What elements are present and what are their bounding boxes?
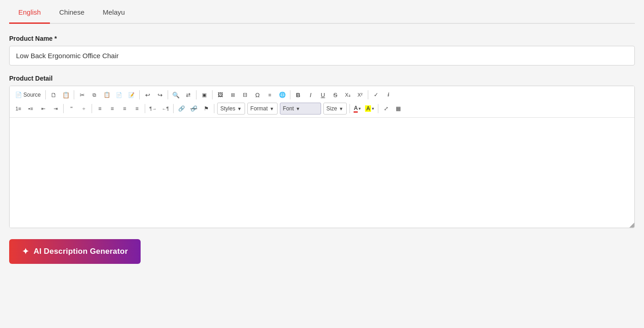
subscript-button[interactable]: X₂ (342, 89, 354, 101)
image-button[interactable]: 🖼 (214, 89, 226, 101)
indent-left-button[interactable]: ⇤ (37, 103, 49, 115)
rte-body[interactable]: ◢ (10, 118, 634, 228)
globe-icon: 🌐 (279, 92, 286, 98)
link-button[interactable]: 🔗 (175, 103, 187, 115)
bidi-rtl-button[interactable]: ←¶ (159, 103, 171, 115)
unlink-icon: 🔗 (191, 105, 197, 112)
remove-format-button[interactable]: ✓ (370, 89, 382, 101)
redo-button[interactable]: ↪ (154, 89, 166, 101)
ul-button[interactable]: •≡ (25, 103, 37, 115)
remove-format-icon: ✓ (374, 92, 378, 98)
sep6 (212, 90, 213, 99)
ul-icon: •≡ (28, 106, 33, 111)
tab-melayu[interactable]: Melayu (93, 0, 134, 24)
paste-button[interactable]: 📋 (101, 89, 113, 101)
size-arrow: ▼ (339, 106, 344, 111)
cut-icon: ✂ (80, 92, 85, 98)
tab-chinese[interactable]: Chinese (50, 0, 93, 24)
create-div-button[interactable]: ÷ (78, 103, 90, 115)
sep14 (349, 104, 350, 113)
ai-button-label: AI Description Generator (33, 247, 128, 256)
table-icon: ⊞ (231, 92, 235, 98)
maximize-button[interactable]: ⤢ (380, 103, 392, 115)
special-char-button[interactable]: Ω (251, 89, 263, 101)
templates-button[interactable]: 📋 (60, 89, 72, 101)
show-blocks-button[interactable]: ▦ (393, 103, 404, 115)
hr-button[interactable]: ⊟ (239, 89, 251, 101)
sep8 (368, 90, 368, 99)
toolbar-row-2: 1≡ •≡ ⇤ ⇥ " ÷ (12, 102, 632, 115)
bg-color-icon: A (365, 105, 371, 112)
font-color-dropdown-arrow: ▼ (358, 107, 361, 111)
blockquote-button[interactable]: " (65, 103, 77, 115)
toolbar-row-1: 📄 Source 🗋 📋 ✂ ⧉ 📋 (12, 88, 632, 102)
align-center-button[interactable]: ≡ (106, 103, 118, 115)
bold-button[interactable]: B (292, 89, 304, 101)
cut-button[interactable]: ✂ (76, 89, 88, 101)
unlink-button[interactable]: 🔗 (188, 103, 200, 115)
styles-dropdown[interactable]: Styles ▼ (217, 103, 245, 115)
superscript-button[interactable]: X² (354, 89, 366, 101)
align-right-button[interactable]: ≡ (119, 103, 131, 115)
list-button[interactable]: ≡ (264, 89, 276, 101)
strike-button[interactable]: S (329, 89, 341, 101)
redo-icon: ↪ (158, 92, 163, 98)
sep1 (45, 90, 46, 99)
show-blocks-icon: ▦ (396, 105, 401, 112)
new-doc-button[interactable]: 🗋 (48, 89, 60, 101)
align-left-button[interactable]: ≡ (94, 103, 106, 115)
clear-format-button[interactable]: I (382, 89, 394, 101)
undo-button[interactable]: ↩ (142, 89, 153, 101)
find-button[interactable]: 🔍 (170, 89, 182, 101)
anchor-button[interactable]: ⚑ (200, 103, 212, 115)
justify-icon: ≡ (135, 105, 138, 112)
format-label: Format (251, 105, 268, 112)
paste-word-button[interactable]: 📝 (126, 89, 137, 101)
replace-button[interactable]: ⇄ (182, 89, 194, 101)
font-color-button[interactable]: A ▼ (352, 103, 364, 115)
product-name-input[interactable] (9, 46, 635, 66)
superscript-icon: X² (358, 92, 363, 98)
tab-english[interactable]: English (9, 0, 50, 24)
paste-text-button[interactable]: 📄 (113, 89, 125, 101)
sep7 (290, 90, 290, 99)
clear-format-icon: I (387, 92, 389, 98)
copy-button[interactable]: ⧉ (88, 89, 100, 101)
select-all-button[interactable]: ▣ (198, 89, 210, 101)
align-left-icon: ≡ (98, 105, 101, 112)
sep15 (378, 104, 378, 113)
table-button[interactable]: ⊞ (227, 89, 239, 101)
sep11 (145, 104, 145, 113)
font-color-icon: A (354, 105, 358, 113)
product-name-label: Product Name * (9, 35, 635, 42)
create-div-icon: ÷ (82, 106, 85, 111)
strike-icon: S (333, 92, 338, 98)
image-icon: 🖼 (218, 92, 223, 98)
sep10 (92, 104, 92, 113)
find-icon: 🔍 (172, 92, 180, 98)
globe-button[interactable]: 🌐 (276, 89, 288, 101)
source-button[interactable]: 📄 Source (12, 89, 44, 101)
ol-button[interactable]: 1≡ (12, 103, 24, 115)
sep9 (63, 104, 64, 113)
special-char-icon: Ω (255, 92, 260, 98)
sep2 (74, 90, 74, 99)
undo-icon: ↩ (145, 92, 150, 98)
bg-color-button[interactable]: A ▼ (364, 103, 376, 115)
bidi-ltr-icon: ¶→ (149, 106, 156, 111)
underline-button[interactable]: U (317, 89, 329, 101)
select-all-icon: ▣ (202, 92, 207, 98)
bidi-ltr-button[interactable]: ¶→ (147, 103, 159, 115)
justify-button[interactable]: ≡ (131, 103, 143, 115)
italic-button[interactable]: I (305, 89, 317, 101)
indent-right-button[interactable]: ⇥ (49, 103, 61, 115)
indent-right-icon: ⇥ (54, 106, 58, 112)
resize-handle[interactable]: ◢ (628, 221, 634, 228)
templates-icon: 📋 (62, 92, 70, 98)
ai-description-generator-button[interactable]: ✦ AI Description Generator (9, 239, 141, 264)
font-dropdown[interactable]: Font ▼ (280, 103, 321, 115)
bold-icon: B (296, 92, 300, 98)
maximize-icon: ⤢ (384, 105, 388, 112)
size-dropdown[interactable]: Size ▼ (323, 103, 347, 115)
format-dropdown[interactable]: Format ▼ (247, 103, 278, 115)
